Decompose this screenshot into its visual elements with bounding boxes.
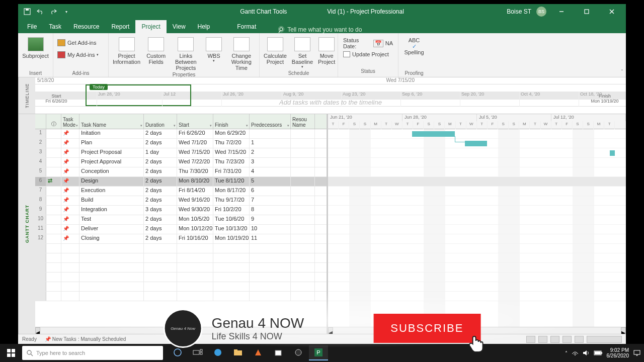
view-gantt-icon[interactable] (526, 336, 535, 343)
chart-row[interactable] (328, 167, 626, 177)
notifications-icon[interactable] (633, 349, 641, 356)
links-between-projects-button[interactable]: Links Between Projects (172, 35, 200, 71)
chart-row[interactable] (328, 139, 626, 148)
table-row[interactable]: 9📌Integration3 daysWed 9/30/20Fri 10/2/2… (35, 206, 327, 215)
chart-row[interactable] (328, 263, 626, 273)
svg-point-14 (174, 349, 181, 356)
table-row[interactable]: 6⇄📌Design2 daysMon 8/10/20Tue 8/11/205 (35, 177, 327, 187)
tell-me-search[interactable]: Tell me what you want to do (277, 26, 362, 33)
calculate-project-button[interactable]: Calculate Project (264, 35, 287, 65)
table-row[interactable] (35, 253, 327, 263)
table-row[interactable]: 12📌Closing2 daysFri 10/16/20Mon 10/19/20… (35, 234, 327, 244)
chart-row[interactable] (328, 148, 626, 158)
table-row[interactable] (35, 244, 327, 253)
set-baseline-button[interactable]: Set Baseline▾ (292, 35, 313, 69)
volume-icon[interactable] (583, 350, 590, 356)
chart-row[interactable] (328, 158, 626, 167)
wbs-button[interactable]: WBS▾ (205, 35, 222, 63)
taskbar-search[interactable]: Type here to search (22, 346, 163, 360)
task-grid[interactable]: ⓘ Task Mode▾ Task Name▾ Duration▾ Start▾… (35, 114, 328, 334)
table-row[interactable]: 2📌Plan2 daysWed 7/1/20Thu 7/2/201 (35, 139, 327, 148)
my-addins-button[interactable]: My Add-ins ▾ (57, 50, 99, 59)
chart-row[interactable] (328, 187, 626, 196)
table-row[interactable]: 11📌Deliver2 daysMon 10/12/20Tue 10/13/20… (35, 225, 327, 234)
gantt-chart[interactable]: Jun 21, '20Jun 28, '20Jul 5, '20Jul 12, … (328, 114, 626, 334)
user-avatar[interactable]: BS (536, 7, 546, 17)
table-row[interactable]: 5📌Conception2 daysThu 7/30/20Fri 7/31/20… (35, 167, 327, 177)
table-row[interactable]: 1📌Initation2 daysFri 6/26/20Mon 6/29/20 (35, 129, 327, 139)
battery-icon[interactable] (594, 350, 603, 355)
tray-up-icon[interactable]: ˄ (565, 350, 568, 356)
chart-row[interactable] (328, 244, 626, 253)
table-row[interactable]: 8📌Build2 daysWed 9/16/20Thu 9/17/207 (35, 196, 327, 206)
status-new-tasks[interactable]: 📌 New Tasks : Manually Scheduled (45, 336, 126, 342)
table-row[interactable] (35, 263, 327, 273)
custom-fields-button[interactable]: Custom Fields (145, 35, 167, 65)
subscribe-button[interactable]: SUBSCRIBE (373, 314, 480, 343)
tab-file[interactable]: File (21, 20, 43, 33)
chart-row[interactable] (328, 215, 626, 225)
channel-avatar: Genau 4 Now (164, 309, 203, 348)
chart-row[interactable] (328, 206, 626, 215)
wifi-icon[interactable] (572, 350, 579, 356)
svg-rect-29 (601, 352, 602, 354)
col-duration: Duration▾ (144, 114, 177, 129)
minimize-button[interactable] (551, 4, 572, 19)
svg-rect-3 (585, 10, 589, 14)
table-row[interactable]: 3📌Project Proposal1 dayWed 7/15/20Wed 7/… (35, 148, 327, 158)
table-row[interactable]: 4📌Project Approval2 daysWed 7/22/20Thu 7… (35, 158, 327, 167)
view-report-icon[interactable] (575, 336, 584, 343)
col-finish: Finish▾ (213, 114, 250, 129)
subproject-button[interactable]: Subproject (22, 35, 49, 59)
chart-row[interactable] (328, 234, 626, 244)
timeline-panel[interactable]: 5/18/20Wed 7/15/20 Today StartFri 6/26/2… (35, 77, 626, 114)
chart-row[interactable] (328, 273, 626, 282)
chart-row[interactable] (328, 177, 626, 187)
chart-row[interactable] (328, 282, 626, 292)
svg-line-13 (31, 354, 33, 356)
chart-row[interactable] (328, 129, 626, 139)
start-button[interactable] (0, 344, 22, 362)
cursor-hand-icon (465, 334, 486, 354)
tab-task[interactable]: Task (43, 20, 67, 33)
table-row[interactable]: 10📌Test2 daysMon 10/5/20Tue 10/6/209 (35, 215, 327, 225)
youtube-overlay: Genau 4 Now Genau 4 NOW Life Skills 4 NO… (164, 309, 481, 348)
tab-help[interactable]: Help (192, 20, 216, 33)
redo-icon[interactable] (49, 8, 57, 16)
maximize-button[interactable] (577, 4, 597, 19)
gantt-bar[interactable] (412, 131, 455, 137)
view-task-usage-icon[interactable] (538, 336, 547, 343)
collapse-ribbon-icon[interactable]: ˆ (621, 69, 623, 75)
svg-text:P: P (316, 349, 320, 355)
close-button[interactable] (602, 4, 622, 19)
table-row[interactable] (35, 282, 327, 292)
tab-report[interactable]: Report (105, 20, 135, 33)
chart-row[interactable] (328, 253, 626, 263)
project-information-button[interactable]: Project Information (113, 35, 140, 65)
chart-row[interactable] (328, 225, 626, 234)
get-addins-button[interactable]: Get Add-ins (57, 38, 96, 47)
tab-view[interactable]: View (167, 20, 192, 33)
zoom-slider[interactable] (587, 336, 622, 343)
change-working-time-button[interactable]: Change Working Time (228, 35, 255, 71)
update-project-button[interactable]: Update Project (343, 50, 393, 58)
table-row[interactable] (35, 292, 327, 301)
table-row[interactable] (35, 273, 327, 282)
tab-resource[interactable]: Resource (67, 20, 105, 33)
gantt-bar[interactable] (465, 141, 487, 146)
menu-bar: FileTaskResourceReportProjectViewHelp Fo… (18, 19, 626, 33)
chart-row[interactable] (328, 292, 626, 301)
taskbar-clock[interactable]: 9:02 PM6/26/2020 (607, 347, 629, 358)
chart-row[interactable] (328, 196, 626, 206)
view-resource-sheet-icon[interactable] (562, 336, 572, 343)
tab-format[interactable]: Format (231, 20, 262, 33)
spelling-button[interactable]: ABC ✓ Spelling (403, 35, 426, 55)
save-icon[interactable] (23, 8, 31, 16)
move-project-button[interactable]: Move Project (318, 35, 335, 65)
tab-project[interactable]: Project (135, 20, 166, 33)
table-row[interactable]: 7📌Execution2 daysFri 8/14/20Mon 8/17/206 (35, 187, 327, 196)
qat-dropdown-icon[interactable]: ▾ (62, 8, 70, 16)
undo-icon[interactable] (36, 8, 44, 16)
svg-rect-17 (200, 352, 202, 354)
view-team-planner-icon[interactable] (550, 336, 559, 343)
